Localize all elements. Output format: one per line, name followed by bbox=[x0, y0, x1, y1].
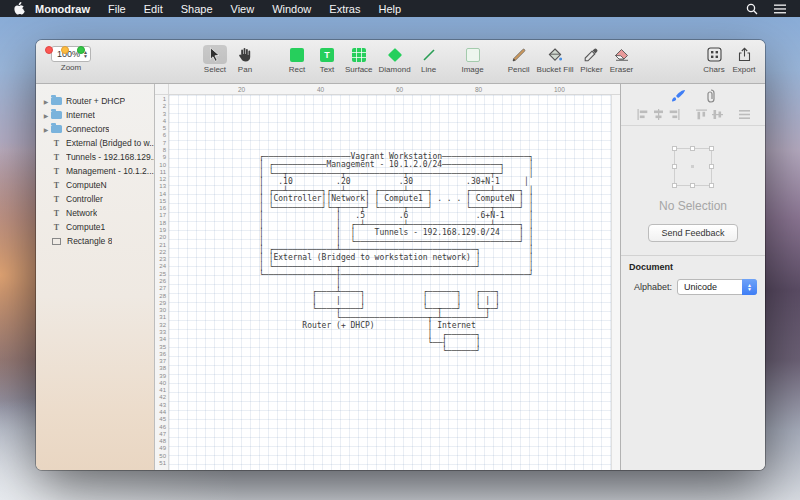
menu-window[interactable]: Window bbox=[263, 3, 320, 15]
popup-stepper-icon: ▲▼ bbox=[742, 279, 757, 295]
layer-item-network[interactable]: TNetwork bbox=[36, 206, 154, 220]
canvas[interactable]: ┌──────────────────Vagrant Workstation──… bbox=[169, 95, 611, 470]
layer-item-external-bridged-to-w[interactable]: TExternal (Bridged to w... bbox=[36, 136, 154, 150]
v-ruler-label: 11 bbox=[155, 169, 166, 175]
style-tab[interactable] bbox=[670, 89, 686, 103]
alphabet-value: Unicode bbox=[684, 282, 717, 292]
layer-label: Network bbox=[66, 208, 97, 218]
menu-app-name[interactable]: Monodraw bbox=[31, 3, 99, 15]
rect-shape-icon bbox=[285, 45, 309, 64]
layer-label: External (Bridged to w... bbox=[66, 138, 154, 148]
apple-menu[interactable] bbox=[14, 2, 25, 15]
tool-eraser[interactable]: Eraser bbox=[606, 45, 636, 74]
text-layer-icon: T bbox=[51, 223, 62, 232]
tool-export[interactable]: Export bbox=[729, 45, 759, 74]
v-ruler-label: 21 bbox=[155, 242, 166, 248]
zoom-label: Zoom bbox=[61, 63, 81, 72]
tool-rect[interactable]: Rect bbox=[282, 45, 312, 74]
v-ruler-label: 39 bbox=[155, 373, 166, 379]
menu-shape[interactable]: Shape bbox=[172, 3, 222, 15]
disclosure-triangle-icon[interactable]: ▶ bbox=[41, 98, 51, 105]
v-ruler-label: 8 bbox=[155, 147, 166, 153]
v-ruler-label: 26 bbox=[155, 278, 166, 284]
layer-item-controller[interactable]: TController bbox=[36, 192, 154, 206]
menu-help[interactable]: Help bbox=[369, 3, 410, 15]
align-top-icon[interactable] bbox=[696, 109, 707, 120]
tool-image[interactable]: Image bbox=[458, 45, 488, 74]
layer-item-rectangle-8[interactable]: Rectangle 8 bbox=[36, 234, 154, 248]
no-selection-label: No Selection bbox=[659, 199, 727, 213]
notification-center-icon[interactable] bbox=[774, 4, 786, 14]
close-button[interactable] bbox=[45, 46, 53, 54]
diamond-shape-icon bbox=[383, 45, 407, 64]
tool-text[interactable]: T Text bbox=[312, 45, 342, 74]
layer-item-compute1[interactable]: TCompute1 bbox=[36, 220, 154, 234]
text-layer-icon: T bbox=[51, 181, 62, 190]
layer-item-tunnels-192-168-129[interactable]: TTunnels - 192.168.129... bbox=[36, 150, 154, 164]
tool-chars[interactable]: Chars bbox=[699, 45, 729, 74]
disclosure-triangle-icon[interactable]: ▶ bbox=[41, 112, 51, 119]
v-ruler-label: 16 bbox=[155, 205, 166, 211]
layer-label: Connectors bbox=[66, 124, 109, 134]
menu-view[interactable]: View bbox=[222, 3, 264, 15]
brush-icon bbox=[670, 89, 686, 103]
h-ruler-label: 60 bbox=[396, 86, 403, 93]
v-ruler-label: 10 bbox=[155, 162, 166, 168]
send-feedback-button[interactable]: Send Feedback bbox=[648, 224, 737, 242]
tool-picker[interactable]: Picker bbox=[576, 45, 606, 74]
v-ruler-label: 14 bbox=[155, 191, 166, 197]
text-shape-icon: T bbox=[315, 45, 339, 64]
line-shape-icon bbox=[417, 45, 441, 64]
align-middle-icon[interactable] bbox=[712, 109, 723, 120]
v-ruler-label: 23 bbox=[155, 256, 166, 262]
ascii-art: ┌──────────────────Vagrant Workstation──… bbox=[259, 153, 534, 356]
align-right-icon[interactable] bbox=[669, 109, 680, 120]
vertical-scrollbar[interactable] bbox=[611, 95, 620, 470]
align-left-icon[interactable] bbox=[637, 109, 648, 120]
layer-label: Tunnels - 192.168.129... bbox=[66, 152, 154, 162]
spotlight-search-icon[interactable] bbox=[746, 3, 758, 15]
text-layer-icon: T bbox=[51, 153, 62, 162]
v-ruler-label: 41 bbox=[155, 387, 166, 393]
h-ruler-label: 100 bbox=[554, 86, 565, 93]
horizontal-ruler: 20406080100 bbox=[169, 84, 620, 95]
selection-handle bbox=[672, 183, 677, 188]
v-ruler-label: 19 bbox=[155, 227, 166, 233]
zoom-window-button[interactable] bbox=[77, 46, 85, 54]
alphabet-label: Alphabet: bbox=[634, 282, 672, 292]
attachments-tab[interactable] bbox=[706, 89, 716, 103]
alphabet-popup[interactable]: Unicode ▲▼ bbox=[677, 279, 757, 295]
eraser-icon bbox=[609, 45, 633, 64]
layer-item-computen[interactable]: TComputeN bbox=[36, 178, 154, 192]
menu-extras[interactable]: Extras bbox=[320, 3, 369, 15]
v-ruler-label: 47 bbox=[155, 431, 166, 437]
picker-eyedropper-icon bbox=[579, 45, 603, 64]
minimize-button[interactable] bbox=[61, 46, 69, 54]
menu-file[interactable]: File bbox=[99, 3, 135, 15]
h-ruler-label: 80 bbox=[475, 86, 482, 93]
h-ruler-label: 40 bbox=[317, 86, 324, 93]
tool-pencil[interactable]: Pencil bbox=[504, 45, 534, 74]
select-cursor-icon bbox=[203, 45, 227, 64]
layer-item-internet[interactable]: ▶Internet bbox=[36, 108, 154, 122]
disclosure-triangle-icon[interactable]: ▶ bbox=[41, 126, 51, 133]
tool-line[interactable]: Line bbox=[414, 45, 444, 74]
align-center-horizontal-icon[interactable] bbox=[653, 109, 664, 120]
tool-surface[interactable]: Surface bbox=[342, 45, 376, 74]
layer-item-router-dhcp[interactable]: ▶Router + DHCP bbox=[36, 94, 154, 108]
selection-preview bbox=[674, 148, 712, 186]
layer-item-connectors[interactable]: ▶Connectors bbox=[36, 122, 154, 136]
distribute-icon[interactable] bbox=[739, 109, 750, 120]
menu-bar: Monodraw FileEditShapeViewWindowExtrasHe… bbox=[0, 0, 800, 17]
layer-item-management-10-1-2[interactable]: TManagement - 10.1.2.... bbox=[36, 164, 154, 178]
tool-bucket-fill[interactable]: Bucket Fill bbox=[534, 45, 577, 74]
paperclip-icon bbox=[706, 89, 716, 103]
apple-icon bbox=[14, 2, 25, 15]
tool-diamond[interactable]: Diamond bbox=[376, 45, 414, 74]
v-ruler-label: 34 bbox=[155, 336, 166, 342]
tool-pan[interactable]: Pan bbox=[230, 45, 260, 74]
tool-select[interactable]: Select bbox=[200, 45, 230, 74]
layers-sidebar: ▶Router + DHCP▶Internet▶ConnectorsTExter… bbox=[36, 84, 155, 470]
v-ruler-label: 25 bbox=[155, 271, 166, 277]
menu-edit[interactable]: Edit bbox=[135, 3, 172, 15]
